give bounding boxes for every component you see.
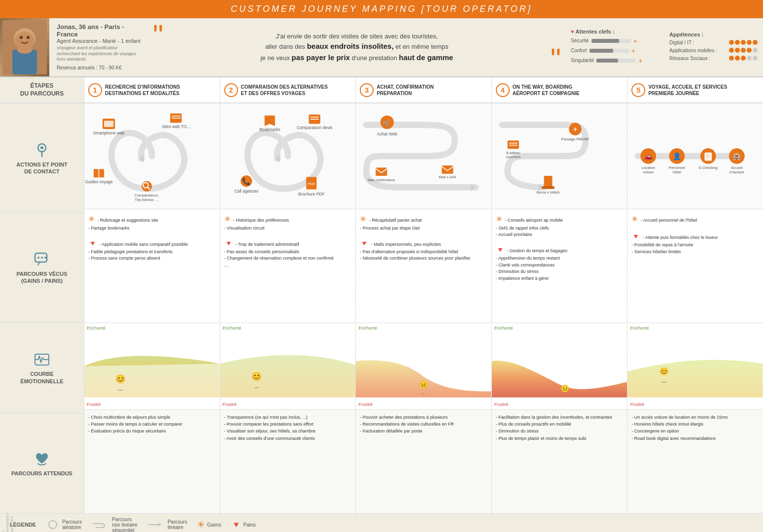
gains-text-1: - Rubricage et suggestions site- Partage… <box>88 218 158 231</box>
pains-icon-1: 🔻 <box>88 239 97 247</box>
etape-2-number: 2 <box>224 83 238 97</box>
attentes-title: ♥ Attentes clefs : <box>571 29 659 34</box>
gains-icon-1: ✳ <box>88 215 95 223</box>
actions-cell-1: Smartphone web Sites web TO... Comparate… <box>84 103 220 209</box>
svg-text:🚗: 🚗 <box>644 152 653 161</box>
parcours-cell-5: ✳ - Accueil personnel de l'hôtel 🔻 - Att… <box>627 209 763 323</box>
svg-text:Mail J-24H: Mail J-24H <box>439 175 456 179</box>
svg-rect-57 <box>507 140 519 149</box>
svg-text:Brochure PDF: Brochure PDF <box>298 192 324 197</box>
pains-icon-4: 🔻 <box>496 246 504 254</box>
pains-legend-icon: 🔻 <box>231 520 241 530</box>
persona-attentes: ♥ Attentes clefs : Sécurité + Confort + … <box>566 18 664 76</box>
svg-text:✓: ✓ <box>707 154 710 159</box>
svg-point-90 <box>49 521 57 529</box>
etape-3-number: 3 <box>360 83 374 97</box>
svg-rect-16 <box>104 121 113 127</box>
gains-text-3: - Récapitulatif panier achat- Process ac… <box>360 218 422 231</box>
legend-nonlineaire-text: Parcoursnon linéaireséquentiel <box>112 517 138 532</box>
df-logo: © DIFFERENT FACTORY <box>1 512 14 532</box>
enchante-label-3: Enchanté <box>358 326 377 331</box>
courbe-cell-2: Enchanté Frustré 😊 ••• <box>220 323 356 409</box>
svg-text:Achat Web: Achat Web <box>377 132 397 136</box>
svg-text:Sites web TO...: Sites web TO... <box>162 124 190 129</box>
pains-text-5: - Attente puis formalités chez le loueur… <box>631 235 718 254</box>
pains-text-4: - Gestion du temps et bagages- Appréhens… <box>496 248 568 281</box>
gains-text-4: - Conseils aéroport ap mobile- SMS de ra… <box>496 218 563 237</box>
attendus-text-1: - Choix multicritère de séjours plus sim… <box>88 415 182 434</box>
svg-point-6 <box>17 46 32 54</box>
svg-text:🛒: 🛒 <box>383 119 391 127</box>
svg-text:Chambre: Chambre <box>729 170 744 174</box>
page-title: CUSTOMER JOURNEY MAPPING [TOUR OPERATOR] <box>0 4 763 14</box>
svg-text:Smartphone web: Smartphone web <box>93 131 125 135</box>
etape-3: 3 ACHAT, CONFIRMATIONPREPARATION <box>355 77 491 102</box>
gains-icon-3: ✳ <box>360 215 366 223</box>
persona-quote-text: J'ai envie de sortir des visites de site… <box>261 32 453 64</box>
persona-role: Agent Assurance - Marié - 1 enfant <box>57 38 140 44</box>
etape-2: 2 COMPARAISON DES ALTERNATIVESET DES OFF… <box>220 77 356 102</box>
etape-5-number: 5 <box>631 83 645 97</box>
parcours-cell-3: ✳ - Récapitulatif panier achat- Process … <box>356 209 491 323</box>
etape-1-text: RECHERCHE D'INFORMATIONSDESTINATIONS ET … <box>105 84 180 97</box>
svg-point-3 <box>20 36 23 39</box>
courbe-cell-3: Enchanté Frustré 😐 ∞ <box>356 323 491 409</box>
svg-text:Bookmarks: Bookmarks <box>259 127 280 132</box>
appetence-social: Réseaux Sociaux : <box>669 56 758 62</box>
chat-icon <box>33 250 51 268</box>
persona-description: Voyageur averti et planificateur recherc… <box>57 45 140 63</box>
enchante-label-5: Enchanté <box>630 326 649 331</box>
persona-row: Jonas, 36 ans - Paris - France Agent Ass… <box>0 18 763 77</box>
svg-text:•••: ••• <box>255 385 259 390</box>
courbe-cell-4: Enchanté Frustré 😐 • <box>492 323 627 409</box>
etapes-label: ÉTAPESDU PARCOURS <box>0 77 84 102</box>
pains-text-2: - Trop de traitement administratif- Pas … <box>224 242 334 267</box>
svg-text:PDF: PDF <box>308 182 315 186</box>
legend: © DIFFERENT FACTORY LÉGENDE Parcoursaléa… <box>0 513 763 532</box>
pains-icon-2: 🔻 <box>224 239 233 247</box>
svg-text:Trip Advisor, ...: Trip Advisor, ... <box>135 198 159 202</box>
legend-lineaire-text: Parcourslinéaire <box>168 519 187 530</box>
gains-icon-5: ✳ <box>631 215 638 223</box>
etape-1: 1 RECHERCHE D'INFORMATIONSDESTINATIONS E… <box>84 77 220 102</box>
actions-cell-2: Bookmarks Comparaison devis 📞 Call agenc… <box>220 103 356 209</box>
svg-text:Call agences: Call agences <box>234 189 258 194</box>
appetence-mobile: Applications mobiles : <box>669 48 758 54</box>
gains-legend-label: Gaims <box>207 522 221 528</box>
actions-cell-5: 🚗 Location voiture 👤 Personnel Hôtel ✓ E… <box>627 103 763 209</box>
svg-text:••••: •••• <box>118 388 124 392</box>
legend-pains: 🔻 Pains <box>231 520 256 530</box>
attente-singularite: Singularité + <box>571 57 659 65</box>
legend-parcours-lineaire: Parcourslinéaire <box>147 519 187 530</box>
map-icon <box>33 141 51 159</box>
pains-legend-label: Pains <box>243 522 256 528</box>
attendus-text-3: - Pouvoir acheter des prestations à plus… <box>360 415 454 434</box>
svg-text:•: • <box>564 393 565 397</box>
main-grid: ACTIONS ET POINTDE CONTACT PARCOURS VÉCU… <box>0 103 763 513</box>
svg-text:Guides voyage: Guides voyage <box>85 179 113 184</box>
attendus-row-label: PARCOURS ATTENDUS <box>0 413 84 513</box>
heart-hands-icon <box>33 450 51 467</box>
svg-text:✈: ✈ <box>573 126 578 133</box>
frustre-label-1: Frustré <box>87 402 101 407</box>
gains-legend-icon: ✳ <box>197 519 205 530</box>
content-col-2: Bookmarks Comparaison devis 📞 Call agenc… <box>220 103 356 513</box>
etape-4-text: ON THE WAY, BOARDINGAÉROPORT ET COMPAGNI… <box>513 84 580 97</box>
enchante-label-1: Enchanté <box>87 326 105 331</box>
parcours-cell-2: ✳ - Historique des préférences- Visualis… <box>220 209 356 323</box>
content-col-3: 🛒 Achat Web Mail confirmation Mail J-24H… <box>355 103 491 513</box>
legend-aleatoire-text: Parcoursaléatoire <box>62 519 82 530</box>
svg-text:👤: 👤 <box>673 152 682 161</box>
persona-info: Jonas, 36 ans - Paris - France Agent Ass… <box>49 18 148 76</box>
frustre-label-4: Frustré <box>494 402 509 407</box>
attente-confort: Confort + <box>571 47 659 55</box>
courbe-row-title: COURBEÉMOTIONNELLE <box>20 370 63 385</box>
page-header: CUSTOMER JOURNEY MAPPING [TOUR OPERATOR] <box>0 0 763 18</box>
svg-text:🏨: 🏨 <box>733 152 742 161</box>
svg-rect-52 <box>442 166 453 174</box>
svg-rect-66 <box>542 186 554 189</box>
appetence-digital: Digital / IT : <box>669 40 758 46</box>
gains-icon-4: ✳ <box>496 215 502 223</box>
attendus-text-5: - Un accès voiture de location en moins … <box>631 415 728 441</box>
legend-parcours-aleatoire: Parcoursaléatoire <box>46 519 82 530</box>
